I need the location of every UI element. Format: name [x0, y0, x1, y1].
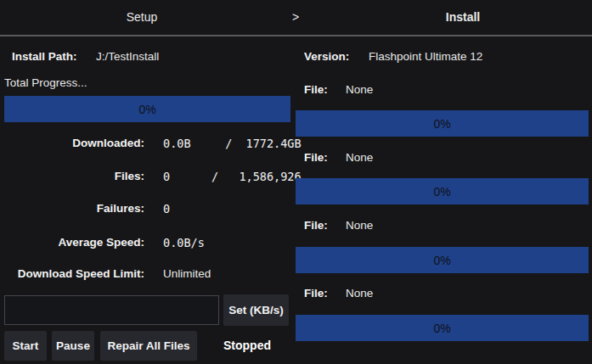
file-progress-bar: 0%: [296, 315, 589, 341]
file-value: None: [346, 151, 373, 164]
file-label: File:: [304, 287, 328, 300]
set-speed-button[interactable]: Set (KB/s): [223, 294, 289, 326]
breadcrumb-step-install[interactable]: Install: [446, 10, 480, 24]
version-value: Flashpoint Ultimate 12: [369, 50, 482, 63]
file-progress-percent: 0%: [433, 322, 450, 335]
average-speed-label: Average Speed:: [0, 236, 144, 249]
downloaded-value: 0.0B / 1772.4GB: [163, 137, 302, 150]
install-path-label: Install Path:: [12, 50, 77, 63]
file-label: File:: [304, 83, 328, 96]
version-label: Version:: [304, 50, 349, 63]
breadcrumb: Setup > Install: [0, 0, 592, 35]
total-progress-label: Total Progress...: [4, 76, 87, 89]
file-progress-bar: 0%: [296, 178, 589, 204]
file-progress-bar: 0%: [296, 247, 589, 273]
breadcrumb-step-setup[interactable]: Setup: [127, 10, 158, 24]
repair-all-files-button[interactable]: Repair All Files: [100, 331, 197, 361]
speed-limit-input[interactable]: [4, 295, 219, 325]
file-progress-percent: 0%: [433, 117, 450, 131]
downloaded-label: Downloaded:: [0, 137, 144, 149]
start-button[interactable]: Start: [4, 331, 47, 361]
file-progress-percent: 0%: [433, 185, 450, 199]
header-divider: [0, 35, 592, 36]
status-badge: Stopped: [223, 339, 271, 352]
installer-window: Setup > Install Install Path: J:/TestIns…: [0, 0, 592, 364]
pause-button[interactable]: Pause: [52, 331, 94, 361]
failures-value: 0: [163, 202, 170, 216]
average-speed-value: 0.0B/s: [163, 236, 205, 249]
file-label: File:: [304, 151, 328, 164]
files-value: 0 / 1,586,926: [163, 170, 302, 183]
file-value: None: [346, 219, 373, 232]
total-progress-bar: 0%: [4, 96, 290, 122]
failures-label: Failures:: [0, 202, 144, 215]
file-progress-percent: 0%: [433, 254, 450, 267]
file-value: None: [346, 83, 373, 96]
speed-limit-label: Download Speed Limit:: [0, 267, 144, 280]
install-path-value: J:/TestInstall: [96, 50, 159, 63]
file-value: None: [346, 287, 373, 300]
breadcrumb-arrow-icon: >: [292, 10, 299, 24]
total-progress-percent: 0%: [138, 103, 155, 116]
file-progress-bar: 0%: [296, 110, 589, 137]
files-label: Files:: [0, 170, 144, 182]
file-label: File:: [304, 219, 328, 232]
speed-limit-value: Unlimited: [163, 267, 211, 280]
